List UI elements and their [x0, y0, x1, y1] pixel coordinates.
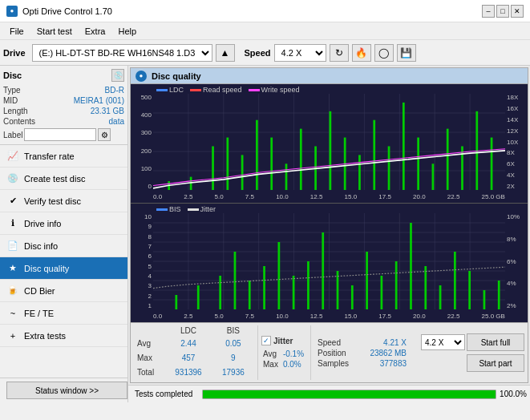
- avg-bis: 0.05: [212, 336, 254, 350]
- speed-label: Speed: [245, 48, 271, 58]
- type-label: Type: [3, 86, 21, 95]
- sidebar-item-cd-bier[interactable]: 🍺 CD Bier: [0, 280, 127, 302]
- x2-17-5: 17.5: [378, 313, 391, 320]
- speed-select-full[interactable]: 4.2 X: [421, 334, 465, 350]
- chart2-y-left: 10 9 8 7 6 5 4 3 2 1: [131, 213, 153, 309]
- verify-test-disc-icon: ✔: [6, 195, 19, 208]
- label-label: Label: [3, 131, 22, 139]
- x2-2-5: 2.5: [184, 313, 192, 320]
- svg-rect-72: [468, 271, 471, 309]
- svg-rect-56: [234, 252, 237, 309]
- legend-bis-label: BIS: [169, 205, 181, 213]
- start-part-button[interactable]: Start part: [467, 354, 524, 372]
- menu-extra[interactable]: Extra: [79, 25, 112, 38]
- eject-button[interactable]: ▲: [216, 44, 235, 62]
- x1-5: 5.0: [215, 193, 224, 200]
- svg-rect-65: [366, 252, 368, 309]
- menu-start-test[interactable]: Start test: [30, 25, 79, 38]
- jitter-checkbox[interactable]: ✓: [261, 336, 271, 345]
- stats-avg-row: Avg 2.44 0.05: [134, 336, 254, 350]
- svg-rect-69: [424, 266, 427, 309]
- y2-1: 1: [132, 302, 152, 309]
- legend-ldc-label: LDC: [169, 86, 184, 94]
- menu-file[interactable]: File: [3, 25, 30, 38]
- sidebar: Disc 💿 Type BD-R MID MEIRA1 (001) Length…: [0, 66, 128, 402]
- sidebar-item-disc-quality[interactable]: ★ Disc quality: [0, 257, 127, 280]
- disc-icon-btn[interactable]: 💿: [111, 69, 124, 82]
- y2-5: 5: [132, 263, 152, 270]
- svg-rect-60: [293, 276, 295, 309]
- sidebar-item-verify-test-disc[interactable]: ✔ Verify test disc: [0, 190, 127, 212]
- status-window-button[interactable]: Status window >>: [6, 382, 127, 399]
- y1-200: 200: [132, 147, 152, 155]
- svg-rect-70: [439, 285, 442, 309]
- maximize-button[interactable]: □: [496, 5, 509, 18]
- y1-400: 400: [132, 111, 152, 119]
- svg-rect-16: [226, 138, 229, 190]
- svg-rect-62: [322, 232, 324, 309]
- x2-22-5: 22.5: [447, 313, 460, 320]
- drive-label: Drive: [3, 48, 26, 58]
- position-row: Position 23862 MB: [318, 349, 407, 357]
- position-value: 23862 MB: [370, 349, 407, 357]
- x2-0: 0.0: [153, 313, 162, 320]
- disc-quality-header: ● Disc quality: [131, 68, 528, 84]
- close-button[interactable]: ✕: [511, 5, 524, 18]
- y2-2: 2: [132, 293, 152, 300]
- dq-header-icon: ●: [136, 71, 147, 82]
- chart2-y-right: 10% 8% 6% 4% 2%: [505, 213, 528, 309]
- legend-read-speed-label: Read speed: [203, 86, 242, 94]
- burn-button[interactable]: 🔥: [352, 44, 371, 62]
- speed-section: Speed 4.21 X Position 23862 MB Samples 3…: [310, 325, 407, 380]
- sidebar-item-drive-info[interactable]: ℹ Drive info: [0, 212, 127, 235]
- content-area: ● Disc quality LDC: [128, 66, 530, 402]
- sidebar-item-extra-tests[interactable]: + Extra tests: [0, 325, 127, 347]
- speed-select[interactable]: 4.2 X: [274, 44, 326, 62]
- save-button[interactable]: 💾: [397, 44, 416, 62]
- type-value: BD-R: [105, 86, 124, 95]
- disc-quality-panel: ● Disc quality LDC: [130, 67, 528, 383]
- svg-rect-27: [388, 146, 390, 190]
- chart2-x-axis: 0.0 2.5 5.0 7.5 10.0 12.5 15.0 17.5 20.0…: [153, 309, 505, 322]
- nav-label-verify-test-disc: Verify test disc: [24, 196, 81, 206]
- sidebar-item-transfer-rate[interactable]: 📈 Transfer rate: [0, 145, 127, 168]
- y2-6: 6: [132, 252, 152, 260]
- erase-button[interactable]: ◯: [374, 44, 394, 62]
- sidebar-item-disc-info[interactable]: 📄 Disc info: [0, 235, 127, 257]
- total-ldc: 931396: [164, 365, 212, 380]
- start-full-button[interactable]: Start full: [467, 333, 524, 351]
- samples-label: Samples: [318, 359, 349, 368]
- chart1-y-right: 18X 16X 14X 12X 10X 8X 6X 4X 2X: [505, 94, 528, 190]
- sidebar-item-create-test-disc[interactable]: 💿 Create test disc: [0, 168, 127, 190]
- refresh-button[interactable]: ↻: [330, 44, 349, 62]
- x1-0: 0.0: [153, 193, 162, 200]
- svg-rect-34: [491, 138, 493, 190]
- jitter-max-label: Max: [261, 359, 280, 370]
- chart1-legend: LDC Read speed Write speed: [156, 86, 299, 94]
- label-btn[interactable]: ⚙: [98, 128, 111, 141]
- th-ldc: LDC: [164, 325, 212, 336]
- label-input[interactable]: [24, 128, 96, 141]
- y2-10: 10: [132, 213, 152, 220]
- length-label: Length: [3, 107, 28, 115]
- max-ldc: 457: [164, 350, 212, 365]
- y1-300: 300: [132, 129, 152, 136]
- disc-panel: Disc 💿 Type BD-R MID MEIRA1 (001) Length…: [0, 66, 127, 145]
- yr1-12x: 12X: [507, 127, 526, 135]
- nav-label-disc-info: Disc info: [24, 241, 58, 251]
- svg-rect-29: [417, 138, 419, 190]
- stats-total-row: Total 931396 17936: [134, 365, 254, 380]
- chart2-legend: BIS Jitter: [156, 205, 216, 213]
- jitter-table: Avg -0.1% Max 0.0%: [261, 349, 307, 370]
- x1-25: 25.0 GB: [482, 193, 505, 200]
- x2-25: 25.0 GB: [482, 313, 505, 320]
- jitter-label: Jitter: [273, 337, 293, 345]
- menu-help[interactable]: Help: [111, 25, 143, 38]
- drive-select[interactable]: (E:) HL-DT-ST BD-RE WH16NS48 1.D3: [32, 44, 212, 62]
- minimize-button[interactable]: –: [482, 5, 495, 18]
- speed-row: Speed 4.21 X: [318, 338, 407, 347]
- app-title: Opti Drive Control 1.70: [22, 6, 112, 16]
- nav-label-disc-quality: Disc quality: [24, 264, 69, 273]
- sidebar-item-fe-te[interactable]: ~ FE / TE: [0, 302, 127, 325]
- samples-value: 377883: [380, 359, 407, 368]
